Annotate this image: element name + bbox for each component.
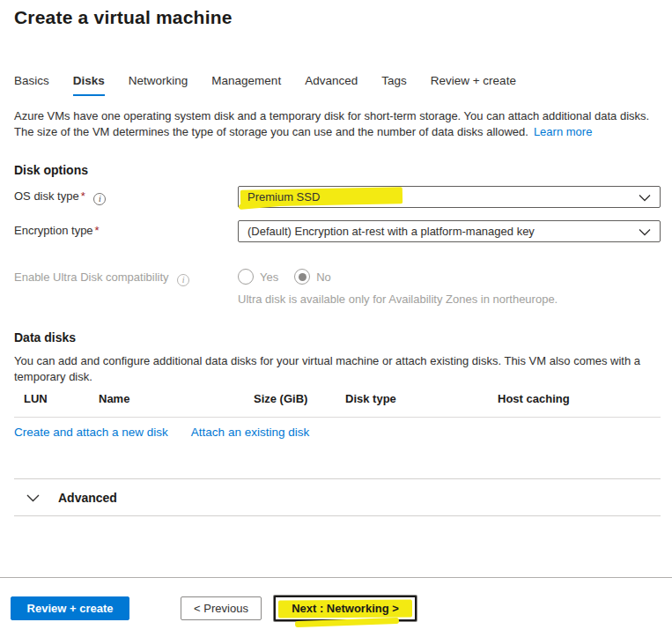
advanced-section-label: Advanced — [58, 491, 117, 505]
radio-dot — [299, 273, 306, 281]
encryption-type-dropdown[interactable]: (Default) Encryption at-rest with a plat… — [238, 220, 661, 242]
page-title: Create a virtual machine — [14, 7, 661, 28]
column-header-lun: LUN — [24, 392, 99, 405]
tab-basics[interactable]: Basics — [14, 74, 49, 96]
tab-disks[interactable]: Disks — [73, 74, 105, 96]
column-header-size: Size (GiB) — [254, 392, 345, 405]
tab-networking[interactable]: Networking — [129, 74, 188, 96]
os-disk-type-row: OS disk type* i Premium SSD — [14, 186, 661, 208]
ultra-disk-helper-text: Ultra disk is available only for Availab… — [238, 293, 661, 306]
encryption-type-row: Encryption type* (Default) Encryption at… — [14, 220, 661, 242]
chevron-down-icon — [639, 228, 651, 236]
next-button-label: Next : Networking > — [292, 602, 399, 615]
required-asterisk: * — [81, 189, 85, 203]
info-icon[interactable]: i — [93, 193, 106, 205]
data-disks-links: Create and attach a new disk Attach an e… — [14, 426, 661, 439]
tab-advanced[interactable]: Advanced — [305, 74, 358, 96]
review-create-button[interactable]: Review + create — [11, 596, 129, 620]
tab-review-create[interactable]: Review + create — [431, 74, 516, 96]
tab-management[interactable]: Management — [211, 74, 281, 96]
advanced-expander[interactable]: Advanced — [14, 488, 661, 507]
divider — [14, 478, 661, 479]
radio-option-yes: Yes — [238, 269, 278, 285]
info-icon[interactable]: i — [177, 274, 189, 286]
encryption-type-label: Encryption type* — [14, 220, 238, 237]
chevron-down-icon — [639, 194, 651, 202]
radio-no-selected — [294, 269, 310, 285]
previous-button[interactable]: < Previous — [181, 596, 262, 620]
tab-tags[interactable]: Tags — [381, 74, 407, 96]
attach-existing-disk-link[interactable]: Attach an existing disk — [191, 426, 309, 439]
column-header-disk-type: Disk type — [345, 392, 498, 405]
radio-option-no: No — [294, 269, 331, 285]
column-header-host-caching: Host caching — [498, 392, 661, 405]
footer-actions: Review + create < Previous Next : Networ… — [11, 596, 417, 621]
encryption-type-value: (Default) Encryption at-rest with a plat… — [247, 225, 535, 238]
wizard-tabs: Basics Disks Networking Management Advan… — [14, 74, 661, 96]
disk-options-heading: Disk options — [14, 163, 661, 177]
footer-divider — [0, 577, 672, 578]
create-vm-page: Create a virtual machine Basics Disks Ne… — [0, 0, 672, 637]
os-disk-type-label: OS disk type* i — [14, 186, 238, 205]
data-disks-table-header: LUN Name Size (GiB) Disk type Host cachi… — [14, 392, 661, 418]
chevron-down-icon — [26, 493, 40, 502]
create-attach-new-disk-link[interactable]: Create and attach a new disk — [14, 426, 168, 439]
learn-more-link[interactable]: Learn more — [534, 125, 592, 138]
next-networking-button[interactable]: Next : Networking > — [274, 596, 417, 621]
os-disk-type-dropdown[interactable]: Premium SSD — [238, 186, 661, 208]
highlight-annotation-tail — [295, 618, 399, 627]
column-header-name: Name — [99, 392, 254, 405]
divider — [14, 515, 661, 516]
radio-no-label: No — [316, 270, 331, 284]
ultra-disk-row: Enable Ultra Disk compatibility i Yes No… — [14, 267, 661, 306]
ultra-disk-radio-group: Yes No — [238, 267, 661, 285]
ultra-disk-label: Enable Ultra Disk compatibility i — [14, 267, 238, 286]
radio-yes-label: Yes — [260, 270, 278, 284]
required-asterisk: * — [95, 224, 100, 237]
intro-text: Azure VMs have one operating system disk… — [14, 108, 661, 140]
radio-yes — [238, 269, 254, 285]
os-disk-type-value: Premium SSD — [247, 190, 320, 204]
data-disks-description: You can add and configure additional dat… — [14, 353, 661, 385]
data-disks-heading: Data disks — [14, 330, 661, 344]
